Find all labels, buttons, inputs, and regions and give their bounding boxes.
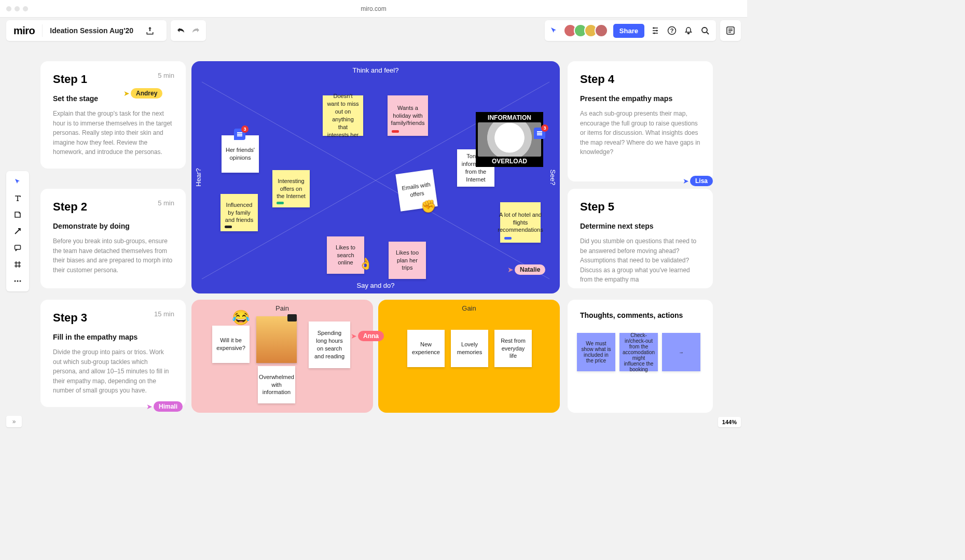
step-body: Did you stumble on questions that need t… bbox=[580, 236, 700, 285]
sticky-note[interactable]: Wants a holiday with family/friends bbox=[388, 95, 428, 136]
meme-image[interactable]: INFORMATION OVERLOAD bbox=[476, 112, 543, 167]
close-icon[interactable] bbox=[6, 6, 11, 11]
step-body: Divide the group into pairs or trios. Wo… bbox=[53, 347, 173, 396]
comment-icon[interactable]: 3 bbox=[534, 128, 545, 139]
comment-count-badge: 3 bbox=[541, 124, 548, 132]
sticky-note[interactable]: Her friends' opinions bbox=[222, 135, 259, 173]
comment-icon[interactable]: 3 bbox=[234, 129, 245, 140]
step-number: Step 2 bbox=[53, 200, 173, 214]
avatar[interactable] bbox=[595, 24, 608, 37]
svg-text:?: ? bbox=[670, 27, 674, 34]
miro-logo[interactable]: miro bbox=[13, 25, 35, 37]
redo-icon[interactable] bbox=[188, 21, 203, 40]
joy-emoji: 😂 bbox=[232, 309, 250, 326]
thoughts-card[interactable]: Thoughts, comments, actions We must show… bbox=[568, 300, 713, 413]
share-button[interactable]: Share bbox=[613, 24, 644, 38]
sticky-note[interactable]: Check-in/check-out from the accomodation… bbox=[619, 333, 658, 371]
step-title: Present the empathy maps bbox=[580, 94, 700, 103]
divider bbox=[42, 24, 43, 37]
sticky-note[interactable]: We must show what is included in the pri… bbox=[577, 333, 615, 371]
meme-bottom-text: OVERLOAD bbox=[478, 158, 541, 165]
search-icon[interactable] bbox=[699, 21, 711, 40]
step-card-4[interactable]: Step 4 Present the empathy maps As each … bbox=[568, 61, 713, 181]
collaborators-bar: Share ? bbox=[545, 20, 716, 41]
sticky-note[interactable]: Doesn't want to miss out on anything tha… bbox=[323, 95, 363, 136]
bell-icon[interactable] bbox=[683, 21, 694, 40]
empathy-frame[interactable]: Think and feel? Hear? See? Say and do? H… bbox=[191, 61, 560, 293]
step-card-2[interactable]: Step 2 5 min Demonstrate by doing Before… bbox=[40, 189, 186, 288]
svg-point-5 bbox=[702, 27, 707, 33]
board-header: miro Ideation Session Aug'20 bbox=[6, 20, 167, 41]
chat-icon[interactable] bbox=[287, 314, 297, 321]
svg-point-0 bbox=[653, 27, 655, 29]
emp-label-bottom: Say and do? bbox=[356, 282, 394, 289]
svg-point-2 bbox=[654, 33, 655, 34]
sticky-note[interactable]: Influenced by family and friends bbox=[220, 194, 258, 231]
collapse-toolbar-icon[interactable]: » bbox=[6, 416, 22, 427]
step-title: Determine next steps bbox=[580, 222, 700, 230]
remote-cursor-lisa: ➤ Lisa bbox=[683, 176, 713, 186]
cursor-tool-icon[interactable] bbox=[550, 26, 558, 35]
step-title: Demonstrate by doing bbox=[53, 222, 173, 230]
remote-cursor-andrey: ➤ Andrey bbox=[123, 88, 162, 99]
help-icon[interactable]: ? bbox=[666, 21, 678, 40]
meme-top-text: INFORMATION bbox=[478, 114, 541, 121]
board-title[interactable]: Ideation Session Aug'20 bbox=[50, 26, 133, 35]
gain-frame[interactable]: Gain New experience Lovely memories Rest… bbox=[378, 300, 560, 413]
settings-sliders-icon[interactable] bbox=[650, 21, 661, 40]
browser-chrome: miro.com bbox=[0, 0, 747, 18]
step-card-3[interactable]: Step 3 15 min Fill in the empathy maps D… bbox=[40, 300, 186, 407]
sticky-note[interactable]: Interesting offers on the Internet bbox=[272, 170, 310, 207]
zoom-level[interactable]: 144% bbox=[718, 417, 741, 427]
step-body: Explain that the group's task for the ne… bbox=[53, 109, 173, 157]
window-controls bbox=[6, 6, 28, 11]
step-card-5[interactable]: Step 5 Determine next steps Did you stum… bbox=[568, 189, 713, 288]
maximize-icon[interactable] bbox=[23, 6, 28, 11]
step-body: As each sub-group presents their map, en… bbox=[580, 109, 700, 157]
step-time: 5 min bbox=[158, 72, 174, 79]
svg-line-12 bbox=[202, 82, 549, 279]
comment-count-badge: 3 bbox=[241, 125, 249, 133]
sticky-note[interactable]: Lovely memories bbox=[451, 330, 488, 367]
sticky-note[interactable]: Will it be expensive? bbox=[212, 326, 250, 363]
activity-panel-icon[interactable] bbox=[720, 20, 741, 41]
grab-cursor-icon: ✊ bbox=[421, 199, 436, 214]
sticky-note[interactable]: Overwhelmed with information bbox=[258, 366, 295, 403]
remote-cursor-anna: ➤ Anna bbox=[351, 331, 384, 341]
address-bar-url[interactable]: miro.com bbox=[361, 5, 386, 12]
thoughts-title: Thoughts, comments, actions bbox=[580, 311, 700, 319]
sticky-note[interactable]: New experience bbox=[407, 330, 445, 367]
step-time: 15 min bbox=[154, 310, 174, 318]
ok-hand-emoji: 👌 bbox=[359, 257, 373, 271]
sticky-note[interactable]: Rest from everyday life bbox=[494, 330, 532, 367]
pain-frame[interactable]: Pain 😂 Will it be expensive? Spending lo… bbox=[191, 300, 373, 413]
remote-cursor-himali: ➤ Himali bbox=[146, 401, 183, 412]
pain-title: Pain bbox=[191, 300, 373, 312]
emp-label-right: See? bbox=[549, 170, 557, 185]
sticky-note[interactable]: → bbox=[662, 333, 700, 371]
step-card-1[interactable]: Step 1 5 min Set the stage Explain that … bbox=[40, 61, 186, 169]
svg-point-1 bbox=[656, 30, 658, 32]
topbar: miro Ideation Session Aug'20 Share ? bbox=[0, 18, 747, 44]
step-number: Step 4 bbox=[580, 73, 700, 86]
meme-image[interactable] bbox=[256, 316, 297, 363]
sticky-note[interactable]: A lot of hotel and flights recommendatio… bbox=[500, 202, 541, 243]
minimize-icon[interactable] bbox=[15, 6, 20, 11]
sticky-note[interactable]: Spending long hours on search and readin… bbox=[309, 321, 350, 368]
undo-icon[interactable] bbox=[174, 21, 188, 40]
gain-title: Gain bbox=[378, 300, 560, 312]
emp-label-left: Hear? bbox=[195, 168, 202, 186]
sticky-note[interactable]: Likes too plan her trips bbox=[389, 242, 426, 279]
emp-label-top: Think and feel? bbox=[353, 66, 399, 74]
export-icon[interactable] bbox=[141, 21, 159, 40]
step-body: Before you break into sub-groups, ensure… bbox=[53, 236, 173, 275]
canvas[interactable]: Step 1 5 min Set the stage Explain that … bbox=[0, 44, 747, 433]
step-number: Step 5 bbox=[580, 200, 700, 214]
svg-line-11 bbox=[202, 82, 549, 279]
remote-cursor-natalie: ➤ Natalie bbox=[507, 264, 545, 275]
undo-redo-group bbox=[171, 20, 206, 41]
step-number: Step 1 bbox=[53, 73, 173, 86]
step-time: 5 min bbox=[158, 199, 174, 207]
step-title: Fill in the empathy maps bbox=[53, 333, 173, 341]
